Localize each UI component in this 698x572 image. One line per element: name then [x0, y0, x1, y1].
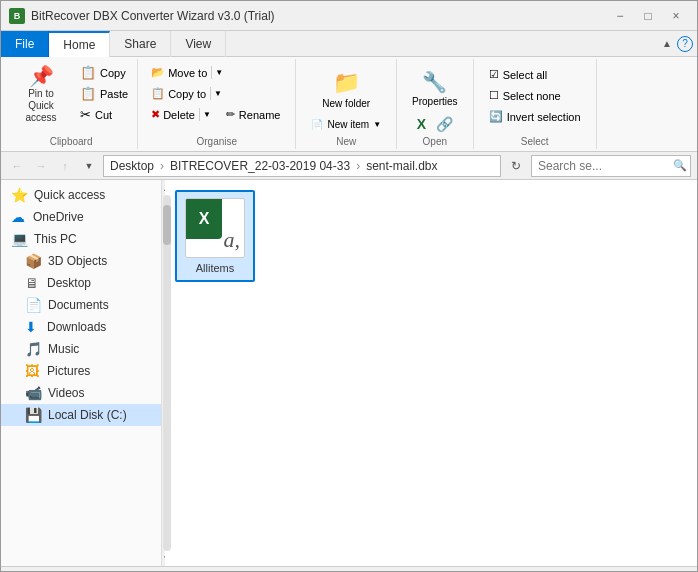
excel-icon-btn[interactable]: X [413, 114, 430, 134]
nav-item-this-pc[interactable]: 💻 This PC [1, 228, 161, 250]
quick-access-label: Quick access [34, 188, 105, 202]
delete-icon: ✖ [151, 108, 160, 121]
up-button[interactable]: ↑ [55, 156, 75, 176]
videos-label: Videos [48, 386, 84, 400]
pin-to-quick-access-button[interactable]: 📌 Pin to Quick access [9, 61, 73, 129]
documents-label: Documents [48, 298, 109, 312]
address-bar: ← → ↑ ▼ Desktop › BITRECOVER_22-03-2019 … [1, 152, 697, 180]
nav-item-videos[interactable]: 📹 Videos [1, 382, 161, 404]
nav-item-downloads[interactable]: ⬇ Downloads [1, 316, 161, 338]
nav-item-onedrive[interactable]: ☁ OneDrive [1, 206, 161, 228]
copy-button[interactable]: 📋 Copy [75, 63, 133, 82]
title-bar: B BitRecover DBX Converter Wizard v3.0 (… [1, 1, 697, 31]
forward-button[interactable]: → [31, 156, 51, 176]
path-part-sentmail[interactable]: sent-mail.dbx [366, 159, 437, 173]
refresh-button[interactable]: ↻ [505, 155, 527, 177]
invert-selection-button[interactable]: 🔄 Invert selection [482, 107, 588, 126]
copy-to-main[interactable]: 📋 Copy to [147, 85, 210, 102]
status-bar: 1 item 1 item selected 8.22 KB ☰ ⊞ [1, 566, 697, 572]
file-area: X a, Allitems [165, 180, 697, 566]
move-to-main[interactable]: 📂 Move to [147, 64, 211, 81]
delete-main[interactable]: ✖ Delete [147, 106, 199, 123]
path-part-bitrecover[interactable]: BITRECOVER_22-03-2019 04-33 [170, 159, 350, 173]
select-all-button[interactable]: ☑ Select all [482, 65, 555, 84]
tab-file[interactable]: File [1, 31, 49, 57]
back-button[interactable]: ← [7, 156, 27, 176]
excel-icon: X [417, 116, 426, 132]
open-group: 🔧 Properties X 🔗 Open [397, 59, 474, 149]
paste-button[interactable]: 📋 Paste [75, 84, 133, 103]
nav-item-local-disk[interactable]: 💾 Local Disk (C:) [1, 404, 161, 426]
maximize-button[interactable]: □ [635, 6, 661, 26]
app-icon: B [9, 8, 25, 24]
3d-objects-label: 3D Objects [48, 254, 107, 268]
delete-button[interactable]: ✖ Delete ▼ [146, 105, 215, 124]
move-to-button[interactable]: 📂 Move to ▼ [146, 63, 227, 82]
path-sep-2: › [356, 159, 360, 173]
cut-button[interactable]: ✂ Cut [75, 105, 133, 124]
copy-to-arrow[interactable]: ▼ [210, 87, 225, 100]
this-pc-icon: 💻 [11, 231, 28, 247]
open-sub-row: X 🔗 [413, 114, 457, 134]
quick-access-icon: ⭐ [11, 187, 28, 203]
address-path[interactable]: Desktop › BITRECOVER_22-03-2019 04-33 › … [103, 155, 501, 177]
ribbon-tabs-right: ▲ ? [659, 31, 697, 56]
move-to-arrow[interactable]: ▼ [211, 66, 226, 79]
select-none-icon: ☐ [489, 89, 499, 102]
organise-group: 📂 Move to ▼ 📋 Copy to ▼ ✖ [138, 59, 296, 149]
properties-icon: 🔧 [422, 70, 447, 94]
copy-to-icon: 📋 [151, 87, 165, 100]
nav-item-music[interactable]: 🎵 Music [1, 338, 161, 360]
copy-to-button[interactable]: 📋 Copy to ▼ [146, 84, 226, 103]
path-sep-1: › [160, 159, 164, 173]
ribbon-tabs: File Home Share View ▲ ? [1, 31, 697, 57]
path-part-desktop[interactable]: Desktop [110, 159, 154, 173]
file-name-allitems: Allitems [196, 262, 235, 274]
select-group: ☑ Select all ☐ Select none 🔄 Invert sele… [474, 59, 597, 149]
tab-share[interactable]: Share [110, 31, 171, 57]
new-folder-button[interactable]: 📁 New folder [315, 65, 377, 114]
new-item-button[interactable]: 📄 New item ▼ [304, 116, 388, 133]
collapse-ribbon-button[interactable]: ▲ [659, 36, 675, 52]
search-wrapper: 🔍 [531, 155, 691, 177]
nav-item-3d-objects[interactable]: 📦 3D Objects [1, 250, 161, 272]
nav-item-documents[interactable]: 📄 Documents [1, 294, 161, 316]
move-to-label: Move to [168, 67, 207, 79]
nav-scrollbar[interactable]: ▲ ▼ [161, 180, 172, 566]
3d-objects-icon: 📦 [25, 253, 42, 269]
nav-item-desktop[interactable]: 🖥 Desktop [1, 272, 161, 294]
new-items: 📁 New folder 📄 New item ▼ [304, 61, 388, 134]
recent-locations-button[interactable]: ▼ [79, 156, 99, 176]
tab-home[interactable]: Home [49, 31, 110, 57]
select-none-button[interactable]: ☐ Select none [482, 86, 568, 105]
organise-items: 📂 Move to ▼ 📋 Copy to ▼ ✖ [146, 61, 287, 134]
nav-item-quick-access[interactable]: ⭐ Quick access [1, 184, 161, 206]
tab-view[interactable]: View [171, 31, 226, 57]
rename-button[interactable]: ✏ Rename [219, 105, 288, 124]
scroll-thumb [163, 205, 171, 245]
file-item-allitems[interactable]: X a, Allitems [175, 190, 255, 282]
app-title: BitRecover DBX Converter Wizard v3.0 (Tr… [31, 9, 275, 23]
rename-icon: ✏ [226, 108, 235, 121]
properties-label: Properties [412, 96, 458, 107]
delete-rename-row: ✖ Delete ▼ ✏ Rename [146, 105, 287, 124]
pin-icon: 📌 [29, 66, 54, 86]
select-all-label: Select all [503, 69, 548, 81]
cut-icon: ✂ [80, 107, 91, 122]
pictures-icon: 🖼 [25, 363, 41, 379]
close-button[interactable]: × [663, 6, 689, 26]
share-icon-btn[interactable]: 🔗 [432, 114, 457, 134]
help-button[interactable]: ? [677, 36, 693, 52]
onedrive-icon: ☁ [11, 209, 27, 225]
nav-item-pictures[interactable]: 🖼 Pictures [1, 360, 161, 382]
open-label: Open [405, 136, 465, 149]
search-input[interactable] [531, 155, 691, 177]
clipboard-items: 📌 Pin to Quick access 📋 Copy 📋 Paste ✂ [9, 61, 133, 136]
music-icon: 🎵 [25, 341, 42, 357]
delete-arrow[interactable]: ▼ [199, 108, 214, 121]
main-area: ⭐ Quick access ☁ OneDrive 💻 This PC 📦 3D… [1, 180, 697, 566]
properties-button[interactable]: 🔧 Properties [405, 65, 465, 112]
minimize-button[interactable]: − [607, 6, 633, 26]
select-none-label: Select none [503, 90, 561, 102]
ribbon-content: 📌 Pin to Quick access 📋 Copy 📋 Paste ✂ [1, 57, 697, 151]
